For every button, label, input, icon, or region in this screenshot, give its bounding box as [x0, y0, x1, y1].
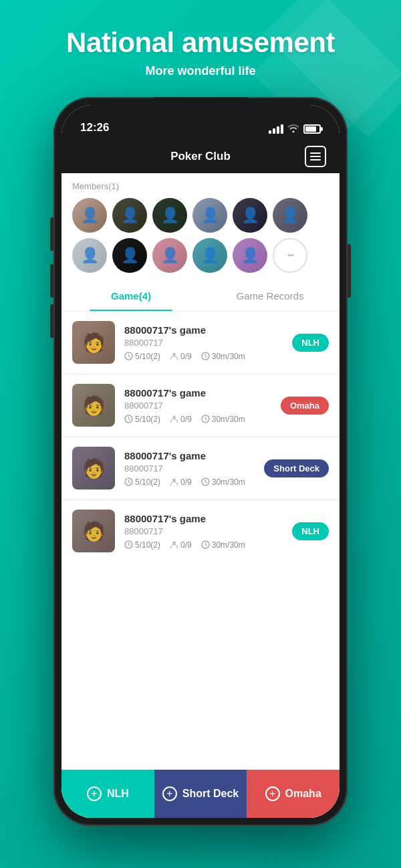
member-avatar[interactable]: 👤: [192, 238, 227, 273]
status-time: 12:26: [80, 121, 109, 134]
game-id: 88000717: [124, 526, 283, 536]
game-badge-omaha: Omaha: [281, 397, 329, 415]
member-avatar[interactable]: 👤: [152, 198, 187, 233]
game-info: 88000717's game 88000717 5/10(2): [124, 450, 255, 487]
navbar-title: Poker Club: [96, 150, 305, 163]
member-avatar[interactable]: 👤: [233, 238, 267, 273]
tab-records[interactable]: Game Records: [200, 281, 340, 311]
game-badge-shortdeck: Short Deck: [264, 459, 329, 477]
game-stats: 5/10(2) 0/9 30m/30m: [124, 540, 283, 550]
members-label: Members(1): [72, 181, 329, 191]
game-item[interactable]: 🧑 88000717's game 88000717 5/10(2): [61, 374, 340, 436]
phone-inner: 12:26: [61, 105, 340, 818]
stat-time: 30m/30m: [201, 352, 245, 361]
app-content: Members(1) 👤 👤 👤: [61, 173, 340, 818]
game-info: 88000717's game 88000717 5/10(2): [124, 513, 283, 550]
game-id: 88000717: [124, 401, 271, 411]
stat-time: 30m/30m: [201, 477, 245, 487]
game-avatar: 🧑: [72, 321, 115, 364]
plus-icon: +: [162, 786, 177, 801]
game-badge-nlh2: NLH: [292, 522, 329, 540]
game-avatar: 🧑: [72, 510, 115, 552]
stat-table: 5/10(2): [124, 477, 160, 487]
game-avatar: 🧑: [72, 447, 115, 490]
stat-table: 5/10(2): [124, 415, 160, 424]
game-name: 88000717's game: [124, 387, 271, 399]
nlh-button-label: NLH: [107, 788, 129, 800]
bottom-buttons: + NLH + Short Deck + Omaha: [61, 770, 340, 818]
game-stats: 5/10(2) 0/9 30m/30m: [124, 415, 271, 424]
member-avatar[interactable]: 👤: [152, 238, 187, 273]
member-avatar[interactable]: 👤: [273, 198, 307, 233]
member-avatar[interactable]: 👤: [72, 198, 107, 233]
game-item[interactable]: 🧑 88000717's game 88000717 5/10(2): [61, 437, 340, 499]
omaha-button-label: Omaha: [285, 788, 321, 800]
svg-point-4: [172, 416, 176, 419]
game-id: 88000717: [124, 338, 283, 348]
stat-players: 0/9: [170, 352, 192, 361]
game-name: 88000717's game: [124, 513, 283, 524]
app-navbar: Poker Club: [61, 140, 340, 173]
game-list: 🧑 88000717's game 88000717 5/10(2): [61, 312, 340, 562]
member-avatar[interactable]: 👤: [192, 198, 227, 233]
member-avatar[interactable]: 👤: [112, 238, 147, 273]
game-name: 88000717's game: [124, 450, 255, 461]
plus-icon: +: [87, 786, 102, 801]
stat-time: 30m/30m: [201, 540, 245, 550]
game-stats: 5/10(2) 0/9 30m/30m: [124, 477, 255, 487]
plus-icon: +: [265, 786, 280, 801]
svg-point-7: [172, 479, 176, 482]
stat-players: 0/9: [170, 415, 192, 424]
game-item[interactable]: 🧑 88000717's game 88000717 5/10(2): [61, 312, 340, 373]
stat-time: 30m/30m: [201, 415, 245, 424]
header-section: National amusement More wonderful life: [0, 27, 401, 78]
member-avatar[interactable]: 👤: [72, 238, 107, 273]
stat-table: 5/10(2): [124, 352, 160, 361]
game-name: 88000717's game: [124, 324, 283, 336]
phone-outer: 12:26: [53, 97, 348, 826]
shortdeck-button-label: Short Deck: [182, 788, 239, 800]
battery-icon: [303, 124, 321, 134]
create-nlh-button[interactable]: + NLH: [61, 770, 154, 818]
game-avatar: 🧑: [72, 384, 115, 427]
game-stats: 5/10(2) 0/9 30m/30m: [124, 352, 283, 361]
game-item[interactable]: 🧑 88000717's game 88000717 5/10(2): [61, 500, 340, 562]
member-avatar[interactable]: 👤: [233, 198, 267, 233]
signal-icon: [269, 124, 283, 134]
phone-notch: [154, 97, 247, 116]
create-shortdeck-button[interactable]: + Short Deck: [154, 770, 247, 818]
menu-lines-icon: [310, 152, 321, 160]
header-subtitle: More wonderful life: [0, 64, 401, 78]
stat-table: 5/10(2): [124, 540, 160, 550]
menu-button[interactable]: [305, 146, 326, 167]
status-icons: [269, 123, 321, 134]
wifi-icon: [287, 123, 299, 134]
tabs-bar: Game(4) Game Records: [61, 281, 340, 312]
svg-point-1: [172, 353, 176, 356]
svg-point-10: [172, 542, 176, 545]
game-info: 88000717's game 88000717 5/10(2): [124, 324, 283, 361]
members-row: 👤 👤 👤 👤 👤: [72, 198, 329, 273]
header-title: National amusement: [0, 27, 401, 59]
game-info: 88000717's game 88000717 5/10(2): [124, 387, 271, 424]
tab-games[interactable]: Game(4): [61, 281, 200, 311]
game-badge-nlh: NLH: [292, 334, 329, 352]
game-id: 88000717: [124, 463, 255, 473]
stat-players: 0/9: [170, 540, 192, 550]
more-members-button[interactable]: ···: [273, 238, 307, 273]
phone-mockup: 12:26: [53, 97, 348, 826]
stat-players: 0/9: [170, 477, 192, 487]
create-omaha-button[interactable]: + Omaha: [247, 770, 340, 818]
members-section: Members(1) 👤 👤 👤: [61, 173, 340, 281]
member-avatar[interactable]: 👤: [112, 198, 147, 233]
